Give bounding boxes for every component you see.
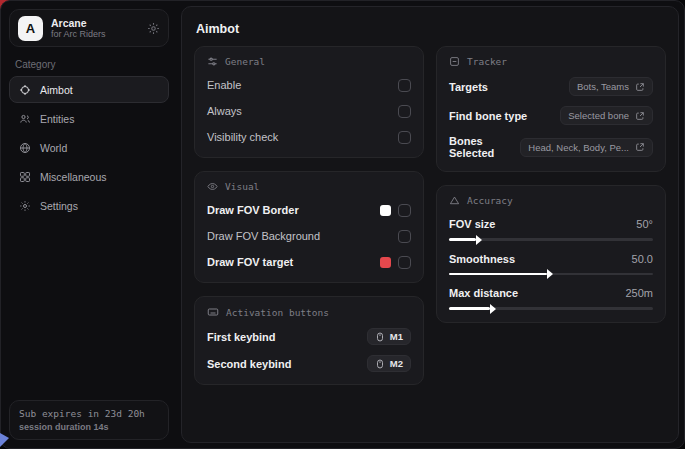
sidebar-item-world[interactable]: World [9,134,169,161]
setting-row: Targets Bots, Teams [449,77,653,96]
draw-fov-background-checkbox[interactable] [398,230,411,243]
card-title: Activation buttons [226,307,329,318]
enable-checkbox[interactable] [398,79,411,92]
draw-fov-border-checkbox[interactable] [398,204,411,217]
always-checkbox[interactable] [398,105,411,118]
sliders-icon [207,56,218,67]
expand-icon [635,111,645,121]
fov-size-slider[interactable] [449,238,653,241]
fov-border-color-swatch[interactable] [380,205,391,216]
general-card: General Enable Always Visibility check [194,46,424,158]
keybind-value: M1 [390,331,403,342]
targets-dropdown[interactable]: Bots, Teams [569,77,653,96]
fov-size-value: 50° [636,218,653,230]
setting-label: Enable [207,79,241,91]
tracker-icon [449,56,460,67]
activation-card: Activation buttons First keybind M1 [194,296,424,385]
entities-icon [19,113,31,125]
fov-target-color-swatch[interactable] [380,257,391,268]
setting-label: Always [207,105,242,117]
max-distance-slider[interactable] [449,307,653,310]
setting-row: Visibility check [207,129,411,145]
setting-row: Bones Selected Head, Neck, Body, Pe... [449,135,653,159]
sidebar-item-miscellaneous[interactable]: Miscellaneous [9,163,169,190]
eye-icon [207,181,218,192]
setting-row: Smoothness 50.0 [449,251,653,267]
brand-name: Arcane [51,17,139,29]
right-column: Tracker Targets Bots, Teams [436,46,666,323]
setting-label: Draw FOV target [207,256,293,268]
setting-label: Draw FOV Background [207,230,320,242]
keyboard-icon [207,306,219,318]
sidebar-item-label: Aimbot [40,84,73,96]
setting-row: Draw FOV Border [207,202,411,218]
setting-label: Max distance [449,287,518,299]
slider-fill [449,238,476,241]
setting-label: Smoothness [449,253,515,265]
card-title: Tracker [467,56,507,67]
accuracy-card: Accuracy FOV size 50° Smoothnes [436,185,666,323]
setting-row: First keybind M1 [207,328,411,345]
dropdown-value: Head, Neck, Body, Pe... [528,142,629,153]
grid-icon [19,171,31,183]
expand-icon [635,82,645,92]
second-keybind-button[interactable]: M2 [367,355,411,372]
triangle-icon [449,195,460,206]
slider-fill [449,273,547,276]
mouse-icon [375,332,385,342]
globe-icon [19,142,31,154]
card-title: Visual [225,181,259,192]
bones-selected-dropdown[interactable]: Head, Neck, Body, Pe... [520,138,653,157]
setting-label: Draw FOV Border [207,204,299,216]
setting-label: FOV size [449,218,495,230]
settings-gear-icon [19,200,31,212]
mouse-cursor [0,433,9,447]
sidebar-nav: Aimbot Entities [9,76,169,219]
setting-row: FOV size 50° [449,216,653,232]
tracker-card: Tracker Targets Bots, Teams [436,46,666,172]
sidebar-item-aimbot[interactable]: Aimbot [9,76,169,103]
smoothness-slider[interactable] [449,273,653,276]
visual-card: Visual Draw FOV Border Draw FOV Backgrou… [194,171,424,283]
desktop: A Arcane for Arc Riders Category [0,0,685,449]
sidebar-item-settings[interactable]: Settings [9,192,169,219]
draw-fov-target-checkbox[interactable] [398,256,411,269]
sidebar-item-label: Settings [40,200,78,212]
dropdown-value: Selected bone [568,110,629,121]
sidebar-item-label: Entities [40,113,74,125]
sidebar-item-entities[interactable]: Entities [9,105,169,132]
slider-fill [449,307,490,310]
sidebar: A Arcane for Arc Riders Category [1,1,177,448]
main-panel: Aimbot General [181,6,679,443]
keybind-value: M2 [390,358,403,369]
setting-label: Visibility check [207,131,278,143]
card-title: General [225,56,265,67]
setting-row: Always [207,103,411,119]
sub-expiry-text: Sub expires in 23d 20h [19,408,159,419]
brand-subtitle: for Arc Riders [51,29,139,39]
visibility-check-checkbox[interactable] [398,131,411,144]
card-title: Accuracy [467,195,513,206]
first-keybind-button[interactable]: M1 [367,328,411,345]
smoothness-value: 50.0 [632,253,653,265]
setting-row: Draw FOV Background [207,228,411,244]
setting-label: Find bone type [449,110,527,122]
gear-icon[interactable] [147,22,160,35]
find-bone-type-dropdown[interactable]: Selected bone [560,106,653,125]
session-duration-text: session duration 14s [19,422,159,432]
mouse-icon [375,359,385,369]
setting-label: Targets [449,81,488,93]
sidebar-item-label: World [40,142,67,154]
setting-row: Enable [207,77,411,93]
setting-row: Second keybind M2 [207,355,411,372]
expand-icon [635,142,645,152]
setting-label: Second keybind [207,358,291,370]
setting-row: Find bone type Selected bone [449,106,653,125]
brand-card: A Arcane for Arc Riders [9,9,169,47]
setting-row: Draw FOV target [207,254,411,270]
dropdown-value: Bots, Teams [577,81,629,92]
crosshair-icon [19,84,31,96]
setting-label: Bones Selected [449,135,520,159]
subscription-card: Sub expires in 23d 20h session duration … [9,400,169,440]
setting-row: Max distance 250m [449,285,653,301]
